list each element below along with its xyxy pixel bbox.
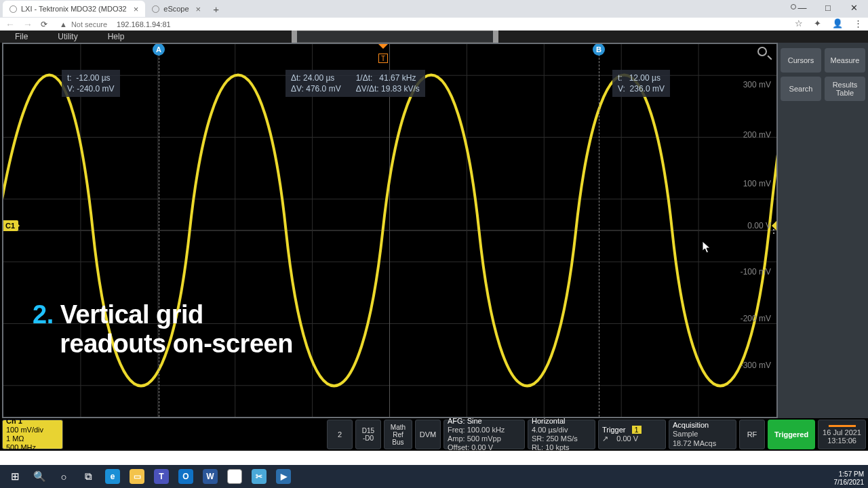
- extensions-icon[interactable]: ✦: [814, 18, 821, 28]
- ylabel: -200 mV: [741, 314, 771, 323]
- zoom-icon[interactable]: [757, 47, 772, 62]
- taskbar-clock[interactable]: 1:57 PM7/16/2021: [834, 470, 865, 487]
- globe-icon: [152, 5, 159, 13]
- cursor-b-marker[interactable]: B: [593, 43, 605, 56]
- horizontal-badge[interactable]: Horizontal 4.00 µs/div SR: 250 MS/s RL: …: [528, 420, 595, 449]
- globe-icon: [9, 5, 17, 13]
- activity-bar-icon: [829, 425, 856, 427]
- teams-icon[interactable]: T: [149, 467, 174, 486]
- edge-icon[interactable]: e: [100, 467, 125, 486]
- ylabel: -300 mV: [741, 361, 771, 370]
- acquisition-badge[interactable]: Acquisition Sample 18.72 MAcqs: [669, 420, 736, 449]
- tab-title: LXI - Tektronix MDO32 (MDO32: [21, 5, 127, 13]
- menu-file[interactable]: File: [0, 32, 43, 41]
- measure-button[interactable]: Measure: [825, 48, 865, 73]
- date-time-badge[interactable]: 16 Jul 2021 13:15:06: [818, 420, 866, 449]
- snip-icon[interactable]: ✂: [247, 467, 271, 486]
- time-ruler[interactable]: [292, 30, 498, 43]
- right-panel: Cursors Measure Search Results Table: [778, 43, 868, 451]
- add-channel2-button[interactable]: 2: [327, 420, 353, 449]
- profile-icon[interactable]: 👤: [832, 18, 843, 28]
- chrome-icon[interactable]: ◉: [222, 467, 247, 486]
- explorer-icon[interactable]: ▭: [125, 467, 149, 486]
- trigger-position-icon[interactable]: T: [378, 44, 389, 63]
- trigger-state[interactable]: Triggered: [768, 420, 815, 449]
- waveform-svg: [3, 44, 776, 417]
- camera-icon[interactable]: ▶: [271, 467, 296, 486]
- cursor-b-readout: t: 12.00 µs V: 236.0 mV: [612, 70, 670, 97]
- search-button[interactable]: Search: [781, 77, 821, 101]
- math-ref-bus-button[interactable]: Math Ref Bus: [384, 420, 412, 449]
- windows-taskbar: ⊞ 🔍 ○ ⧉ e ▭ T O W ◉ ✂ ▶ 1:57 PM7/16/2021: [0, 465, 868, 488]
- trigger-level-icon[interactable]: [766, 220, 777, 231]
- browser-tab-escope[interactable]: eScope ×: [145, 1, 208, 17]
- ylabel: 100 mV: [743, 179, 771, 188]
- cortana-icon[interactable]: ○: [52, 467, 76, 486]
- mouse-cursor-icon: [702, 241, 711, 254]
- tab-strip: LXI - Tektronix MDO32 (MDO32 × eScope × …: [0, 0, 868, 18]
- url-text[interactable]: 192.168.1.94:81: [117, 20, 171, 28]
- menu-help[interactable]: Help: [93, 32, 140, 41]
- start-button[interactable]: ⊞: [3, 467, 27, 486]
- ylabel: 200 mV: [743, 130, 771, 140]
- afg-badge[interactable]: AFG: Sine Freq: 100.00 kHz Amp: 500 mVpp…: [443, 420, 525, 449]
- cursor-a-readout: t: -12.00 µs V: -240.0 mV: [62, 70, 120, 97]
- tab-title: eScope: [163, 5, 189, 13]
- results-table-button[interactable]: Results Table: [825, 77, 865, 101]
- warning-icon: ▲: [60, 20, 67, 28]
- dvm-button[interactable]: DVM: [415, 420, 441, 449]
- word-icon[interactable]: W: [198, 467, 222, 486]
- ylabel: -100 mV: [741, 267, 771, 277]
- maximize-button[interactable]: □: [815, 1, 841, 16]
- reload-button[interactable]: ⟳: [41, 20, 47, 29]
- rf-button[interactable]: RF: [739, 420, 765, 449]
- channel1-badge[interactable]: Ch 1 100 mV/div 1 MΩ 500 MHz: [2, 420, 63, 449]
- forward-button[interactable]: →: [23, 19, 33, 30]
- ruler-left-handle[interactable]: [292, 30, 297, 43]
- cursors-button[interactable]: Cursors: [781, 48, 821, 73]
- ruler-right-handle[interactable]: [493, 30, 498, 43]
- not-secure-label: Not secure: [71, 20, 107, 28]
- back-button[interactable]: ←: [5, 19, 15, 30]
- menu-utility[interactable]: Utility: [43, 32, 92, 41]
- minimize-button[interactable]: —: [789, 1, 815, 16]
- waveform-display[interactable]: 300 mV 200 mV 100 mV 0.00 V -100 mV -200…: [2, 43, 778, 418]
- status-badges: Ch 1 100 mV/div 1 MΩ 500 MHz 2 D15 -D0 M…: [0, 418, 868, 451]
- ylabel: 300 mV: [743, 80, 771, 89]
- channel1-tag[interactable]: C1: [2, 220, 18, 231]
- outlook-icon[interactable]: O: [174, 467, 198, 486]
- taskview-icon[interactable]: ⧉: [76, 467, 100, 486]
- kebab-icon[interactable]: ⋮: [854, 18, 863, 28]
- cursor-delta-readout: Δt: 24.00 µs ΔV: 476.0 mV 1/Δt: 41.67 kH…: [285, 70, 425, 97]
- address-bar[interactable]: ← → ⟳ ▲ Not secure 192.168.1.94:81: [0, 18, 868, 30]
- new-tab-button[interactable]: +: [213, 3, 219, 15]
- oscilloscope-app: File Utility Help Cursors Measure Search…: [0, 30, 868, 451]
- cursor-b-line[interactable]: [599, 44, 599, 417]
- browser-tab-lxi[interactable]: LXI - Tektronix MDO32 (MDO32 ×: [3, 1, 145, 17]
- trigger-badge[interactable]: Trigger 1 ↗ 0.00 V: [598, 420, 666, 449]
- star-icon[interactable]: ☆: [795, 18, 803, 28]
- close-window-button[interactable]: ✕: [841, 1, 867, 16]
- cursor-a-line[interactable]: [159, 44, 159, 417]
- overlay-caption: 2. Vertical grid readouts on-screen: [33, 300, 293, 359]
- digital-button[interactable]: D15 -D0: [355, 420, 381, 449]
- close-icon[interactable]: ×: [134, 4, 139, 14]
- browser-chrome: LXI - Tektronix MDO32 (MDO32 × eScope × …: [0, 0, 868, 30]
- close-icon[interactable]: ×: [196, 4, 201, 14]
- search-icon[interactable]: 🔍: [27, 467, 52, 486]
- cursor-a-marker[interactable]: A: [153, 43, 165, 56]
